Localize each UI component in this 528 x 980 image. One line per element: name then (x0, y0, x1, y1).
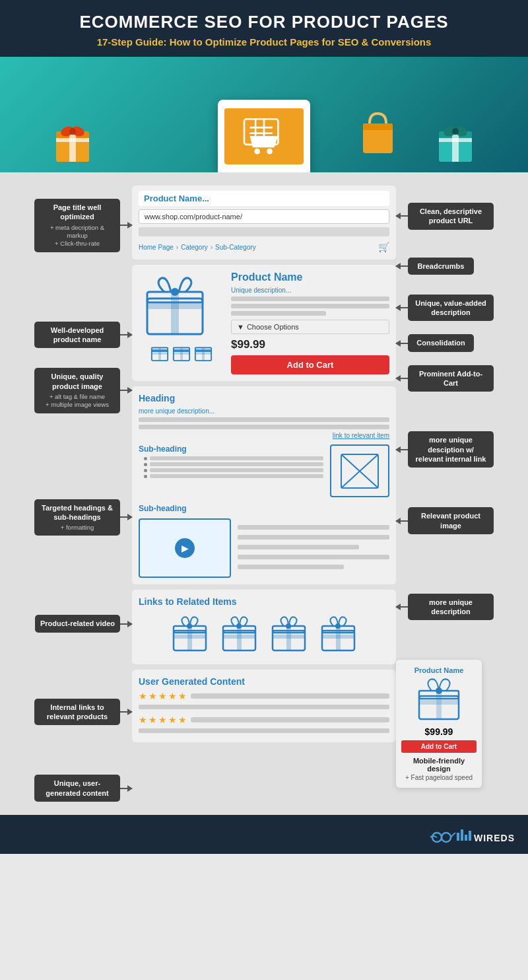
relevant-image-label: Relevant product image (408, 507, 494, 534)
arrow-url (396, 215, 408, 217)
svg-point-27 (171, 288, 179, 296)
star-1-1: ★ (139, 691, 147, 701)
related-section: Links to Related Items (132, 590, 396, 664)
arrow-video (120, 623, 132, 625)
atc-label: Prominent Add-to-Cart (408, 365, 494, 392)
svg-point-69 (442, 833, 451, 842)
arrow-description (396, 307, 408, 308)
left-item-ugc: Unique, user-generated content (26, 775, 132, 802)
footer: WIREDSEO (0, 815, 528, 854)
right-item-url: Clean, descriptive product URL (396, 203, 502, 230)
svg-rect-19 (439, 138, 472, 142)
product-detail-area: Product Name Unique description... ▼ Cho… (231, 271, 389, 374)
internal-link[interactable]: link to relevant item (333, 432, 389, 439)
hero-monitor-screen (224, 108, 304, 164)
choose-options[interactable]: ▼ Choose Options (231, 320, 389, 334)
svg-rect-61 (322, 635, 354, 639)
card-label: Mobile-friendly design (401, 757, 477, 773)
svg-rect-74 (469, 831, 471, 841)
card-price: $99.99 (401, 726, 477, 737)
related-gift-2 (221, 616, 257, 652)
svg-text:WIREDSEO: WIREDSEO (474, 833, 515, 843)
svg-point-6 (69, 128, 76, 135)
card-product-name: Product Name (401, 666, 477, 674)
play-button[interactable]: ▶ (175, 538, 195, 558)
hero-gift-right (436, 117, 475, 166)
desc-line-2 (231, 304, 389, 308)
ugc-heading: User Generated Content (139, 676, 389, 687)
svg-rect-65 (436, 691, 442, 719)
video-placeholder[interactable]: ▶ (139, 518, 231, 578)
arrow-more-desc (396, 606, 408, 608)
review-bar-1 (191, 693, 389, 699)
subheading-label-2: Sub-heading (139, 504, 389, 513)
svg-rect-72 (461, 829, 463, 841)
left-labels: Page title well optimized + meta decript… (26, 186, 132, 802)
arrow-more-desc-internal (396, 449, 408, 450)
left-item-product-image: Unique, quality product image + alt tag … (26, 368, 132, 413)
headings-label: Targeted headings & sub-headings + forma… (34, 499, 120, 536)
star-1-5: ★ (178, 691, 187, 701)
wired-seo-logo: WIREDSEO (429, 823, 515, 846)
right-item-more-desc: more unique description (396, 594, 502, 621)
review-bar-2 (191, 717, 389, 722)
arrow-ugc (120, 788, 132, 789)
price: $99.99 (231, 338, 389, 351)
svg-rect-35 (174, 353, 189, 355)
svg-rect-18 (452, 131, 459, 162)
svg-rect-51 (223, 635, 255, 639)
more-desc-label: more unique description (408, 594, 494, 621)
right-item-relevant-image: Relevant product image (396, 507, 502, 534)
breadcrumbs-label: Breadcrumbs (408, 258, 474, 275)
add-to-cart-button[interactable]: Add to Cart (231, 355, 389, 374)
url-label: Clean, descriptive product URL (408, 203, 494, 230)
breadcrumb-home: Home Page (139, 244, 174, 251)
unique-desc-text: Unique description... (231, 287, 389, 294)
svg-point-13 (267, 149, 273, 155)
center-mockup: Product Name... www.shop.com/product-nam… (132, 186, 396, 748)
main-content: Page title well optimized + meta decript… (0, 172, 528, 815)
star-1-3: ★ (158, 691, 167, 701)
svg-point-52 (236, 623, 242, 629)
arrow-atc (396, 378, 408, 379)
nav-search-bar (139, 227, 389, 236)
arrow-internal-links (120, 711, 132, 713)
svg-point-67 (436, 687, 442, 694)
breadcrumb-sep2: › (211, 244, 213, 251)
related-gifts (139, 611, 389, 658)
card-gift-icon (416, 678, 462, 720)
breadcrumb-bar: Home Page › Category › Sub-Category 🛒 (139, 240, 389, 254)
bullet-lines-1 (144, 456, 323, 478)
svg-rect-2 (69, 131, 76, 162)
product-name-label: Well-developed product name (34, 322, 120, 349)
breadcrumb-sep1: › (176, 244, 178, 251)
svg-rect-39 (195, 353, 211, 355)
ugc-text-2 (139, 728, 389, 733)
right-item-more-desc-internal: more unique desciption w/ relevant inter… (396, 431, 502, 468)
desc-line-1 (231, 297, 389, 301)
star-2-2: ★ (148, 715, 157, 725)
desc-line-3 (231, 311, 326, 316)
arrow-page-title (120, 225, 132, 226)
left-item-page-title: Page title well optimized + meta decript… (26, 199, 132, 252)
svg-point-47 (187, 623, 192, 629)
stars-2: ★ ★ ★ ★ ★ (139, 715, 187, 725)
arrow-breadcrumbs (396, 265, 408, 267)
product-image-label: Unique, quality product image + alt tag … (34, 368, 120, 413)
review-row-1: ★ ★ ★ ★ ★ (139, 691, 389, 701)
header-title: ECOMMERCE SEO FOR PRODUCT PAGES (13, 12, 515, 32)
logo-svg: WIREDSEO (429, 823, 515, 846)
card-add-button[interactable]: Add to Cart (401, 740, 477, 753)
more-desc-internal-label: more unique desciption w/ relevant inter… (408, 431, 494, 468)
desc-section: Heading more unique description... link … (132, 386, 396, 584)
subheading-text-1: Sub-heading (139, 444, 323, 497)
more-unique-desc: more unique description... (139, 407, 389, 415)
arrow-headings (120, 516, 132, 518)
internal-links-label: Internal links to relevant products (34, 699, 120, 726)
product-image-sub: + alt tag & file name+ multiple image vi… (40, 393, 115, 409)
arrow-product-name (120, 334, 132, 335)
product-gift-icon (139, 271, 211, 337)
right-item-atc: Prominent Add-to-Cart (396, 365, 502, 392)
choose-options-label: Choose Options (247, 323, 299, 331)
svg-rect-26 (147, 304, 203, 309)
